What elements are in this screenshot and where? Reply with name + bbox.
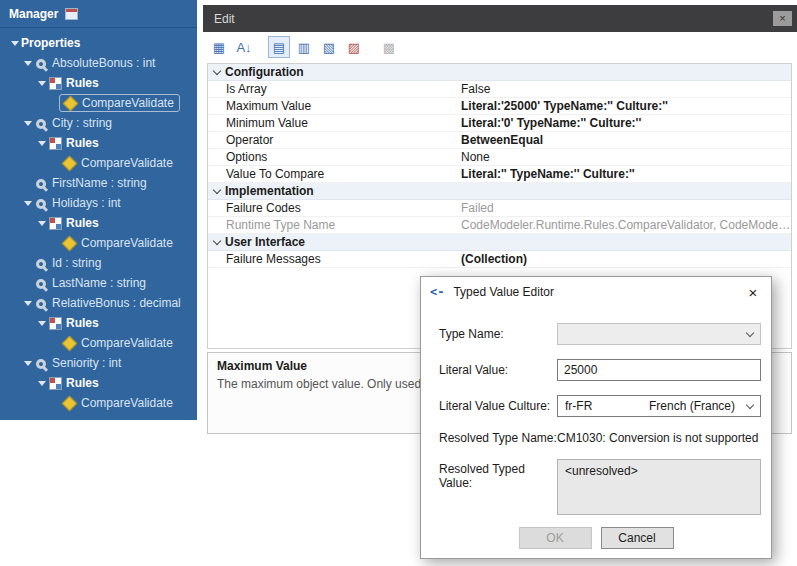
tree-item-label: Rules	[66, 376, 99, 390]
tree-item-holidays[interactable]: Holidays : int	[0, 193, 197, 213]
type-name-combo[interactable]	[557, 323, 761, 345]
collapse-chevron-icon[interactable]	[208, 190, 225, 193]
collapse-chevron-icon[interactable]	[208, 241, 225, 244]
chevron-down-icon	[746, 400, 754, 408]
tree-item-rules[interactable]: Rules	[0, 73, 197, 93]
property-row-operator[interactable]: Operator BetweenEqual	[208, 132, 791, 149]
collapse-chevron-icon[interactable]	[208, 71, 225, 74]
literal-value-input[interactable]: 25000	[557, 359, 761, 381]
category-row-configuration[interactable]: Configuration	[208, 64, 791, 81]
property-name: Minimum Value	[208, 116, 456, 130]
property-pages-icon[interactable]: ▤	[268, 36, 290, 58]
property-name: Failure Messages	[208, 252, 456, 266]
property-value[interactable]: False	[456, 82, 791, 96]
rules-folder-icon	[49, 137, 62, 150]
tree-item-label: CompareValidate	[81, 396, 173, 410]
property-value[interactable]: (Collection)	[456, 252, 791, 266]
tree-item-firstname[interactable]: FirstName : string	[0, 173, 197, 193]
app-window: Manager Properties AbsoluteBonus : int R…	[0, 0, 797, 566]
delete-item-icon[interactable]: ▨	[343, 36, 365, 58]
preview-image-icon[interactable]: ▩	[378, 36, 400, 58]
tree-item-rules[interactable]: Rules	[0, 313, 197, 333]
tree-item-lastname[interactable]: LastName : string	[0, 273, 197, 293]
tree-item-comparevalidate[interactable]: CompareValidate	[0, 233, 197, 253]
tree-item-absolutebonus[interactable]: AbsoluteBonus : int	[0, 53, 197, 73]
expand-arrow-icon[interactable]	[35, 381, 48, 386]
tree-item-city[interactable]: City : string	[0, 113, 197, 133]
categorized-view-icon[interactable]: ▦	[208, 36, 230, 58]
property-row-failure-codes[interactable]: Failure Codes Failed	[208, 200, 791, 217]
category-label: Implementation	[225, 184, 314, 198]
literal-value-row: Literal Value: 25000	[439, 359, 761, 381]
ok-button[interactable]: OK	[519, 527, 592, 549]
rules-folder-icon	[49, 77, 62, 90]
tree-title: Manager	[9, 7, 58, 21]
expand-arrow-icon[interactable]	[35, 81, 48, 86]
cancel-button[interactable]: Cancel	[601, 527, 674, 549]
expand-arrow-icon[interactable]	[35, 141, 48, 146]
property-value[interactable]: CodeModeler.Runtime.Rules.CompareValidat…	[456, 218, 791, 232]
manager-icon	[65, 8, 78, 20]
tree-item-relativebonus[interactable]: RelativeBonus : decimal	[0, 293, 197, 313]
tree-item-label: Rules	[66, 316, 99, 330]
validator-icon	[62, 396, 78, 412]
tree-header[interactable]: Manager	[0, 0, 197, 28]
tree-item-rules[interactable]: Rules	[0, 133, 197, 153]
property-row-value-to-compare[interactable]: Value To Compare Literal:'' TypeName:'' …	[208, 166, 791, 183]
expand-arrow-icon[interactable]	[21, 201, 34, 206]
expand-arrow-icon[interactable]	[35, 321, 48, 326]
expand-arrow-icon[interactable]	[35, 221, 48, 226]
tree-item-rules[interactable]: Rules	[0, 373, 197, 393]
property-row-options[interactable]: Options None	[208, 149, 791, 166]
dialog-close-button[interactable]: ×	[737, 284, 769, 301]
tree-item-label: Seniority : int	[52, 356, 121, 370]
expand-arrow-icon[interactable]	[21, 121, 34, 126]
property-row-maximum-value[interactable]: Maximum Value Literal:'25000' TypeName:'…	[208, 98, 791, 115]
tree-item-label: Properties	[21, 36, 80, 50]
alphabetical-sort-icon[interactable]: A↓	[233, 36, 255, 58]
expand-arrow-icon[interactable]	[21, 301, 34, 306]
property-icon	[34, 357, 48, 371]
edit-close-button[interactable]: ×	[773, 11, 792, 26]
property-row-runtime-type-name[interactable]: Runtime Type Name CodeModeler.Runtime.Ru…	[208, 217, 791, 234]
validator-icon	[62, 236, 78, 252]
property-icon	[34, 117, 48, 131]
dialog-titlebar[interactable]: <- Typed Value Editor ×	[421, 277, 771, 307]
tree-item-comparevalidate[interactable]: CompareValidate	[0, 153, 197, 173]
expand-arrow-icon[interactable]	[21, 361, 34, 366]
property-name: Runtime Type Name	[208, 218, 456, 232]
tree-item-label: LastName : string	[52, 276, 146, 290]
dialog-buttons: OK Cancel	[421, 527, 771, 549]
expand-arrow-icon[interactable]	[21, 61, 34, 66]
category-row-user-interface[interactable]: User Interface	[208, 234, 791, 251]
validator-icon	[62, 156, 78, 172]
property-value[interactable]: Literal:'25000' TypeName:'' Culture:''	[456, 99, 791, 113]
culture-combo[interactable]: fr-FR French (France)	[557, 395, 761, 417]
tree-item-comparevalidate[interactable]: CompareValidate	[0, 333, 197, 353]
rules-folder-icon	[49, 377, 62, 390]
expand-arrow-icon[interactable]	[8, 41, 21, 46]
tree-item-seniority[interactable]: Seniority : int	[0, 353, 197, 373]
property-value[interactable]: BetweenEqual	[456, 133, 791, 147]
property-value[interactable]: Literal:'' TypeName:'' Culture:''	[456, 167, 791, 181]
property-row-minimum-value[interactable]: Minimum Value Literal:'0' TypeName:'' Cu…	[208, 115, 791, 132]
edit-item-icon[interactable]: ▧	[318, 36, 340, 58]
property-value[interactable]: Literal:'0' TypeName:'' Culture:''	[456, 116, 791, 130]
tree-item-comparevalidate[interactable]: CompareValidate	[0, 393, 197, 413]
tree-item-id[interactable]: Id : string	[0, 253, 197, 273]
tree-item-label: Rules	[66, 136, 99, 150]
property-value[interactable]: None	[456, 150, 791, 164]
type-name-row: Type Name:	[439, 323, 761, 345]
property-row-failure-messages[interactable]: Failure Messages (Collection)	[208, 251, 791, 268]
tree-item-label: CompareValidate	[82, 96, 174, 110]
toolbar-separator	[368, 37, 375, 57]
category-row-implementation[interactable]: Implementation	[208, 183, 791, 200]
tree-item-properties[interactable]: Properties	[0, 33, 197, 53]
tree-item-comparevalidate-selected[interactable]: CompareValidate	[0, 93, 197, 113]
tree-item-rules[interactable]: Rules	[0, 213, 197, 233]
property-value[interactable]: Failed	[456, 201, 791, 215]
add-item-icon[interactable]: ▥	[293, 36, 315, 58]
property-row-is-array[interactable]: Is Array False	[208, 81, 791, 98]
selected-tree-item-box: CompareValidate	[59, 94, 180, 112]
tree-item-label: Rules	[66, 76, 99, 90]
